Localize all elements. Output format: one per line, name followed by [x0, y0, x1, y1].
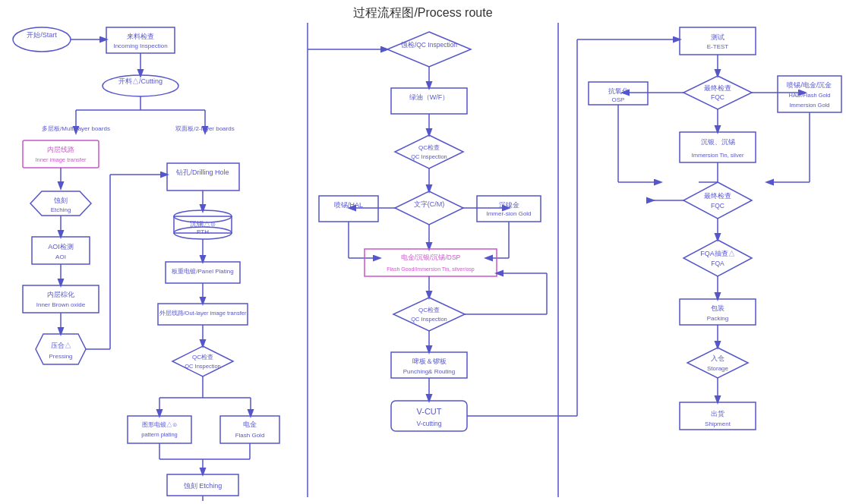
- svg-text:蚀检/QC Inspection: 蚀检/QC Inspection: [401, 41, 457, 49]
- svg-text:V-cutting: V-cutting: [416, 420, 441, 427]
- svg-text:QC Inspection: QC Inspection: [185, 363, 221, 370]
- svg-marker-101: [393, 298, 465, 331]
- svg-text:喷锡/电金/沉金: 喷锡/电金/沉金: [787, 81, 832, 89]
- svg-text:Shipment: Shipment: [705, 421, 731, 427]
- svg-marker-31: [36, 334, 86, 364]
- svg-text:HAL//Flash Gold: HAL//Flash Gold: [788, 92, 830, 99]
- svg-text:Incoming Inspection: Incoming Inspection: [113, 43, 167, 49]
- svg-text:Flash Gold: Flash Gold: [235, 432, 265, 439]
- svg-text:压合△: 压合△: [51, 342, 71, 349]
- svg-text:AOI: AOI: [55, 254, 66, 260]
- svg-text:多层板/Multi-layer boards: 多层板/Multi-layer boards: [42, 125, 110, 132]
- svg-rect-76: [391, 88, 467, 114]
- svg-text:Immersion Tin, silver: Immersion Tin, silver: [692, 152, 744, 159]
- svg-text:双面板/2-layer boards: 双面板/2-layer boards: [175, 125, 234, 132]
- svg-text:Packing: Packing: [707, 315, 728, 322]
- svg-text:内层棕化: 内层棕化: [47, 291, 74, 298]
- svg-text:测试: 测试: [711, 33, 724, 41]
- svg-text:开料△/Cutting: 开料△/Cutting: [118, 77, 163, 85]
- svg-text:开始/Start: 开始/Start: [27, 31, 57, 39]
- svg-text:钻孔/Drilling Hole: 钻孔/Drilling Hole: [175, 169, 229, 176]
- svg-text:最终检查: 最终检查: [704, 192, 731, 200]
- svg-text:PTH: PTH: [197, 228, 209, 235]
- svg-text:蚀刻 Etching: 蚀刻 Etching: [184, 482, 223, 490]
- svg-text:FQC: FQC: [711, 202, 724, 209]
- page-title: 过程流程图/Process route: [353, 6, 492, 19]
- svg-rect-89: [477, 196, 541, 222]
- svg-rect-37: [167, 163, 239, 191]
- svg-text:Pressing: Pressing: [49, 353, 72, 360]
- svg-text:FQA: FQA: [711, 260, 724, 267]
- svg-text:图形电镀△⊙: 图形电镀△⊙: [142, 421, 177, 428]
- svg-rect-87: [319, 196, 378, 222]
- svg-marker-154: [687, 348, 748, 378]
- svg-marker-83: [395, 191, 463, 225]
- svg-text:啤板＆锣板: 啤板＆锣板: [412, 358, 447, 365]
- svg-text:Inner Brown oxide: Inner Brown oxide: [36, 301, 86, 308]
- svg-text:QC检查: QC检查: [418, 144, 440, 151]
- svg-text:绿油（W/F）: 绿油（W/F）: [409, 93, 450, 101]
- svg-text:外层线路/Out-layer image transfer: 外层线路/Out-layer image transfer: [159, 310, 247, 317]
- svg-text:来料检查: 来料检查: [127, 33, 154, 40]
- svg-text:沉镍金: 沉镍金: [499, 201, 519, 209]
- svg-text:内层线路: 内层线路: [47, 146, 74, 153]
- svg-text:包装: 包装: [711, 304, 724, 312]
- svg-marker-79: [395, 135, 463, 169]
- svg-text:沉银、沉锡: 沉银、沉锡: [701, 138, 735, 146]
- svg-text:OSP: OSP: [612, 96, 625, 103]
- svg-text:Flash Good/Immersion Tin, silv: Flash Good/Immersion Tin, silver/osp: [387, 266, 475, 272]
- svg-rect-59: [128, 416, 191, 443]
- svg-text:FQC: FQC: [711, 93, 724, 101]
- svg-text:电金: 电金: [243, 421, 257, 428]
- svg-rect-15: [23, 140, 99, 168]
- svg-text:喷锡/HAL: 喷锡/HAL: [334, 201, 363, 209]
- svg-text:Inner image transfer: Inner image transfer: [35, 156, 87, 163]
- svg-text:AOI检测: AOI检测: [48, 243, 74, 250]
- svg-text:QC Inspection: QC Inspection: [411, 316, 447, 323]
- svg-text:抗氧化: 抗氧化: [608, 87, 629, 95]
- svg-marker-73: [387, 32, 471, 67]
- svg-rect-27: [23, 285, 99, 313]
- svg-text:QC检查: QC检查: [192, 354, 213, 361]
- svg-text:Etching: Etching: [51, 206, 71, 213]
- svg-text:板重电镀/Panel Plating: 板重电镀/Panel Plating: [171, 268, 233, 275]
- flowchart-canvas: 过程流程图/Process route 开始/Start 来料检查 Incomi…: [0, 0, 846, 504]
- svg-marker-119: [683, 76, 752, 109]
- svg-marker-52: [172, 346, 233, 376]
- svg-text:Immersion Gold: Immersion Gold: [790, 102, 830, 109]
- svg-text:pattern plating: pattern plating: [141, 431, 178, 438]
- svg-text:Punching& Routing: Punching& Routing: [403, 368, 456, 375]
- svg-text:Immer-sion Gold: Immer-sion Gold: [486, 210, 531, 217]
- svg-text:V-CUT: V-CUT: [417, 407, 442, 416]
- svg-text:入仓: 入仓: [711, 354, 724, 362]
- svg-text:沉铜△⊙: 沉铜△⊙: [190, 220, 216, 228]
- svg-text:电金/沉银/沉锡/DSP: 电金/沉银/沉锡/DSP: [401, 254, 461, 261]
- svg-text:QC Inspection: QC Inspection: [411, 153, 447, 160]
- svg-text:Storage: Storage: [707, 365, 729, 372]
- svg-text:最终检查: 最终检查: [704, 84, 731, 92]
- svg-rect-115: [680, 27, 756, 55]
- svg-text:文字(C/M): 文字(C/M): [414, 200, 445, 208]
- svg-text:FQA抽查△: FQA抽查△: [700, 250, 735, 257]
- svg-marker-145: [683, 240, 752, 276]
- svg-text:蚀刻: 蚀刻: [54, 197, 68, 204]
- svg-text:出货: 出货: [711, 410, 724, 417]
- svg-text:QC检查: QC检查: [418, 307, 440, 313]
- svg-marker-141: [683, 182, 752, 219]
- svg-text:E-TEST: E-TEST: [707, 43, 729, 50]
